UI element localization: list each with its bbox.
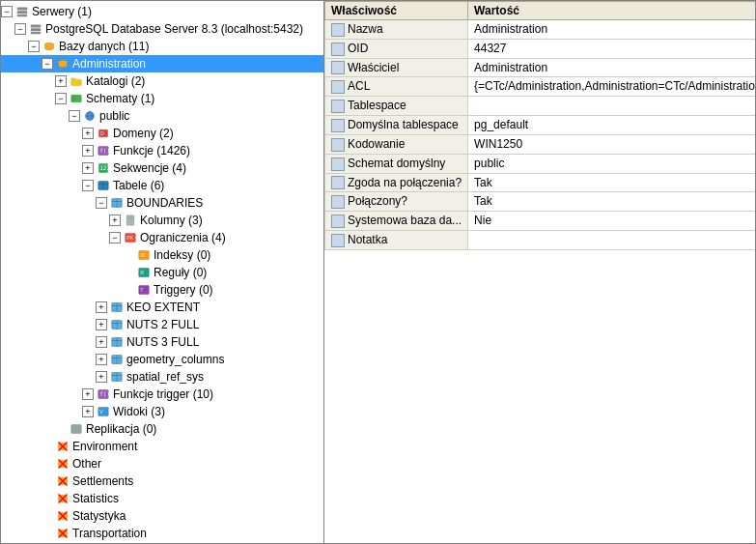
label-pg83: PostgreSQL Database Server 8.3 (localhos… bbox=[45, 22, 303, 36]
tree-item-spatial_ref_sys[interactable]: spatial_ref_sys bbox=[1, 368, 323, 386]
tree-item-funkcje_trigger[interactable]: f()Funkcje trigger (10) bbox=[1, 386, 323, 403]
label-funkcje_trigger: Funkcje trigger (10) bbox=[113, 387, 213, 401]
tree-item-keo[interactable]: KEO EXTENT bbox=[1, 299, 323, 316]
expander-funkcje_trigger[interactable] bbox=[82, 388, 94, 400]
expander-sekwencje[interactable] bbox=[82, 162, 94, 174]
property-key: Nazwa bbox=[325, 20, 468, 40]
tree-item-kolumny[interactable]: Kolumny (3) bbox=[1, 212, 323, 229]
tree-item-indeksy[interactable]: IXIndeksy (0) bbox=[1, 246, 323, 264]
main-container: Serwery (1)PostgreSQL Database Server 8.… bbox=[0, 0, 756, 544]
expander-schematy[interactable] bbox=[55, 93, 67, 104]
property-icon bbox=[331, 80, 345, 94]
tree-item-bazy[interactable]: Bazy danych (11) bbox=[1, 38, 323, 55]
property-icon bbox=[331, 119, 345, 132]
property-key: Notatka bbox=[325, 231, 468, 250]
properties-table: Właściwość Wartość NazwaAdministrationOI… bbox=[324, 1, 755, 250]
svg-text:PK: PK bbox=[126, 235, 134, 241]
expander-spatial_ref_sys[interactable] bbox=[96, 371, 107, 383]
tree-item-widoki[interactable]: VWidoki (3) bbox=[1, 403, 323, 420]
tree-item-schematy[interactable]: Schematy (1) bbox=[1, 90, 323, 107]
label-triggery: Triggery (0) bbox=[154, 283, 213, 297]
property-value: WIN1250 bbox=[468, 134, 755, 154]
property-value: public bbox=[468, 154, 755, 173]
svg-text:f(): f() bbox=[99, 390, 109, 397]
property-row: Zgoda na połączenia?Tak bbox=[325, 173, 756, 192]
label-statystyka: Statystyka bbox=[72, 509, 126, 523]
expander-public[interactable] bbox=[69, 110, 80, 122]
icon-table-item bbox=[109, 369, 125, 385]
property-icon bbox=[331, 100, 345, 113]
tree-item-administration[interactable]: Administration bbox=[1, 55, 323, 72]
icon-table-group bbox=[96, 178, 111, 193]
tree-item-sekwencje[interactable]: 123Sekwencje (4) bbox=[1, 159, 323, 177]
tree-item-nuts2[interactable]: NUTS 2 FULL bbox=[1, 316, 323, 333]
tree-item-funkcje[interactable]: f()Funkcje (1426) bbox=[1, 142, 323, 159]
tree-panel: Serwery (1)PostgreSQL Database Server 8.… bbox=[1, 1, 324, 543]
expander-widoki[interactable] bbox=[82, 406, 94, 417]
expander-ograniczenia[interactable] bbox=[109, 232, 121, 243]
tree-item-tabele[interactable]: Tabele (6) bbox=[1, 177, 323, 194]
property-row: WłaścicielAdministration bbox=[325, 58, 756, 77]
expander-domeny[interactable] bbox=[82, 128, 94, 139]
expander-geometry_columns[interactable] bbox=[96, 354, 107, 365]
expander-bazy[interactable] bbox=[28, 41, 40, 52]
tree-item-transportation[interactable]: Transportation bbox=[1, 525, 323, 542]
expander-funkcje[interactable] bbox=[82, 145, 94, 157]
tree-item-boundaries[interactable]: BOUNDARIES bbox=[1, 194, 323, 212]
tree-item-replikacja[interactable]: Replikacja (0) bbox=[1, 420, 323, 438]
tree-item-geometry_columns[interactable]: geometry_columns bbox=[1, 351, 323, 368]
property-value: pg_default bbox=[468, 116, 755, 135]
tree-item-triggery[interactable]: TTriggery (0) bbox=[1, 281, 323, 299]
label-domeny: Domeny (2) bbox=[113, 127, 174, 140]
expander-nuts3[interactable] bbox=[96, 336, 107, 348]
property-key: Połączony? bbox=[325, 192, 468, 212]
expander-pg83[interactable] bbox=[14, 23, 26, 35]
expander-servers[interactable] bbox=[1, 6, 13, 17]
property-row: Schemat domyślnypublic bbox=[325, 154, 756, 173]
icon-table-item bbox=[109, 195, 125, 211]
icon-table-item bbox=[109, 352, 125, 367]
tree-item-postgis[interactable]: postgis bbox=[1, 542, 323, 543]
icon-column bbox=[123, 213, 138, 228]
svg-point-3 bbox=[24, 8, 26, 10]
property-value bbox=[468, 231, 755, 250]
tree-item-statistics[interactable]: Statistics bbox=[1, 490, 323, 507]
expander-tabele[interactable] bbox=[82, 180, 94, 191]
tree-item-settlements[interactable]: Settlements bbox=[1, 472, 323, 490]
tree-item-reguly[interactable]: RReguły (0) bbox=[1, 264, 323, 281]
icon-db-red bbox=[55, 456, 70, 472]
property-key: ACL bbox=[325, 77, 468, 97]
tree-item-servers[interactable]: Serwery (1) bbox=[1, 3, 323, 20]
tree-item-domeny[interactable]: DDomeny (2) bbox=[1, 125, 323, 142]
property-row: OID44327 bbox=[325, 39, 756, 58]
label-other: Other bbox=[72, 457, 101, 471]
tree-item-nuts3[interactable]: NUTS 3 FULL bbox=[1, 333, 323, 351]
tree-item-pg83[interactable]: PostgreSQL Database Server 8.3 (localhos… bbox=[1, 20, 323, 38]
property-row: Tablespace bbox=[325, 97, 756, 116]
tree-item-public[interactable]: public bbox=[1, 107, 323, 125]
expander-nuts2[interactable] bbox=[96, 319, 107, 330]
tree-item-statystyka[interactable]: Statystyka bbox=[1, 507, 323, 525]
icon-db-red bbox=[55, 508, 70, 524]
icon-function: f() bbox=[96, 143, 111, 158]
expander-keo[interactable] bbox=[96, 301, 107, 313]
label-bazy: Bazy danych (11) bbox=[59, 40, 149, 53]
expander-boundaries[interactable] bbox=[96, 197, 107, 209]
tree-item-ograniczenia[interactable]: PKOgraniczenia (4) bbox=[1, 229, 323, 246]
tree-item-katalogi[interactable]: Katalogi (2) bbox=[1, 72, 323, 90]
tree-item-other[interactable]: Other bbox=[1, 455, 323, 472]
expander-kolumny[interactable] bbox=[109, 215, 121, 226]
svg-text:R: R bbox=[140, 270, 144, 275]
property-icon bbox=[331, 61, 345, 74]
property-value: Administration bbox=[468, 58, 755, 77]
property-key: Właściciel bbox=[325, 58, 468, 77]
property-row: ACL{=CTc/Administration,Administration=C… bbox=[325, 77, 756, 97]
expander-administration[interactable] bbox=[42, 58, 53, 70]
tree-item-environment[interactable]: Environment bbox=[1, 438, 323, 455]
property-row: Połączony?Tak bbox=[325, 192, 756, 212]
label-spatial_ref_sys: spatial_ref_sys bbox=[126, 370, 204, 384]
svg-rect-56 bbox=[71, 425, 82, 434]
expander-katalogi[interactable] bbox=[55, 75, 67, 87]
icon-db bbox=[55, 56, 70, 72]
label-statistics: Statistics bbox=[72, 492, 119, 505]
